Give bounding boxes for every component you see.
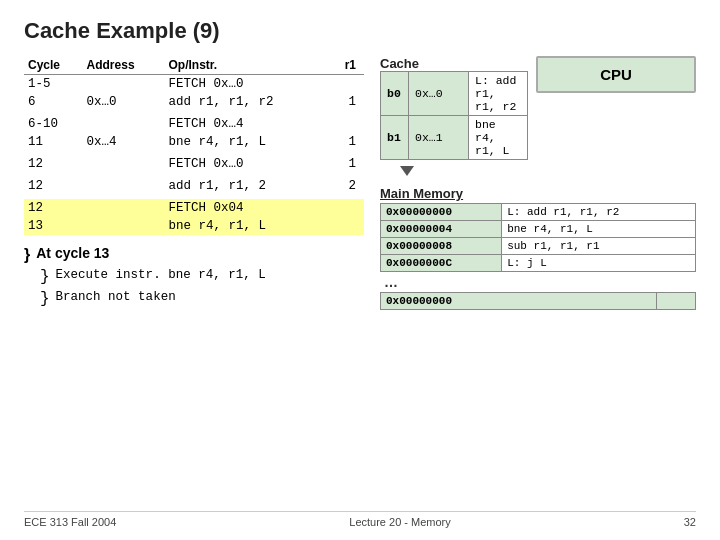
memory-row: 0x00000008 sub r1, r1, r1 bbox=[381, 238, 696, 255]
memory-label: Main Memory bbox=[380, 186, 696, 201]
cycle-cell: 12 bbox=[24, 199, 83, 217]
cycle-cell: 12 bbox=[24, 155, 83, 173]
memory-last-row: 0x00000000 bbox=[381, 293, 696, 310]
bullet-sub2: } Branch not taken bbox=[40, 290, 364, 309]
cache-data: bne r4, r1, L bbox=[469, 116, 528, 160]
memory-ellipsis: … bbox=[380, 274, 696, 290]
footer-left: ECE 313 Fall 2004 bbox=[24, 516, 116, 528]
addr-cell bbox=[83, 75, 165, 94]
addr-cell: 0x…0 bbox=[83, 93, 165, 111]
bullet-sub-icon2: } bbox=[40, 290, 50, 309]
bullet-main: } At cycle 13 bbox=[24, 245, 364, 264]
cycle-cell: 13 bbox=[24, 217, 83, 235]
op-cell: bne r4, r1, L bbox=[165, 217, 330, 235]
col-opinstr: Op/Instr. bbox=[165, 56, 330, 75]
cache-addr: 0x…1 bbox=[409, 116, 469, 160]
cache-data: L: add r1, r1, r2 bbox=[469, 72, 528, 116]
cache-table: b0 0x…0 L: add r1, r1, r2 b1 0x…1 bne r4… bbox=[380, 71, 528, 160]
table-row-highlight: 12 FETCH 0x04 bbox=[24, 199, 364, 217]
cycle-cell: 6 bbox=[24, 93, 83, 111]
r1-cell: 1 bbox=[330, 133, 364, 151]
op-cell: FETCH 0x…0 bbox=[165, 75, 330, 94]
r1-cell bbox=[330, 115, 364, 133]
r1-cell: 1 bbox=[330, 155, 364, 173]
op-cell: FETCH 0x…0 bbox=[165, 155, 330, 173]
table-row-highlight: 13 bne r4, r1, L bbox=[24, 217, 364, 235]
mem-last-addr: 0x00000000 bbox=[381, 293, 657, 310]
r1-cell bbox=[330, 75, 364, 94]
footer: ECE 313 Fall 2004 Lecture 20 - Memory 32 bbox=[24, 511, 696, 528]
op-cell: bne r4, r1, L bbox=[165, 133, 330, 151]
bullet-main-text: At cycle 13 bbox=[36, 245, 109, 261]
cpu-box: CPU bbox=[536, 56, 696, 93]
cpu-container: CPU bbox=[536, 56, 696, 93]
addr-cell bbox=[83, 115, 165, 133]
footer-right: 32 bbox=[684, 516, 696, 528]
addr-cell bbox=[83, 177, 165, 195]
table-row: 12 add r1, r1, 2 2 bbox=[24, 177, 364, 195]
mem-addr: 0x00000004 bbox=[381, 221, 502, 238]
r1-cell bbox=[330, 199, 364, 217]
memory-table: 0x00000000 L: add r1, r1, r2 0x00000004 … bbox=[380, 203, 696, 272]
left-panel: Cycle Address Op/Instr. r1 1-5 FETCH 0x…… bbox=[24, 56, 364, 503]
op-cell: add r1, r1, r2 bbox=[165, 93, 330, 111]
addr-cell bbox=[83, 217, 165, 235]
table-row: 1-5 FETCH 0x…0 bbox=[24, 75, 364, 94]
table-row: 12 FETCH 0x…0 1 bbox=[24, 155, 364, 173]
cycle-cell: 12 bbox=[24, 177, 83, 195]
cache-label: Cache bbox=[380, 56, 528, 71]
addr-cell bbox=[83, 199, 165, 217]
cache-tag: b1 bbox=[381, 116, 409, 160]
right-layout: Cache b0 0x…0 L: add r1, r1, r2 b1 bbox=[380, 56, 696, 310]
top-right: Cache b0 0x…0 L: add r1, r1, r2 b1 bbox=[380, 56, 696, 160]
table-row: 6 0x…0 add r1, r1, r2 1 bbox=[24, 93, 364, 111]
right-panel: Cache b0 0x…0 L: add r1, r1, r2 b1 bbox=[380, 56, 696, 503]
mem-data: bne r4, r1, L bbox=[502, 221, 696, 238]
col-cycle: Cycle bbox=[24, 56, 83, 75]
cache-area: Cache b0 0x…0 L: add r1, r1, r2 b1 bbox=[380, 56, 528, 160]
mem-data: L: add r1, r1, r2 bbox=[502, 204, 696, 221]
cache-row: b1 0x…1 bne r4, r1, L bbox=[381, 116, 528, 160]
cycle-cell: 11 bbox=[24, 133, 83, 151]
cycle-cell: 6-10 bbox=[24, 115, 83, 133]
instruction-table: Cycle Address Op/Instr. r1 1-5 FETCH 0x…… bbox=[24, 56, 364, 235]
r1-cell bbox=[330, 217, 364, 235]
bullet-sub1-text: Execute instr. bne r4, r1, L bbox=[56, 268, 266, 282]
footer-center: Lecture 20 - Memory bbox=[349, 516, 450, 528]
mem-data: L: j L bbox=[502, 255, 696, 272]
col-address: Address bbox=[83, 56, 165, 75]
op-cell: add r1, r1, 2 bbox=[165, 177, 330, 195]
addr-cell: 0x…4 bbox=[83, 133, 165, 151]
arrow-area bbox=[400, 166, 696, 176]
col-r1: r1 bbox=[330, 56, 364, 75]
down-arrow-icon bbox=[400, 166, 414, 176]
r1-cell: 2 bbox=[330, 177, 364, 195]
op-cell: FETCH 0x…4 bbox=[165, 115, 330, 133]
cache-row: b0 0x…0 L: add r1, r1, r2 bbox=[381, 72, 528, 116]
memory-row: 0x00000004 bne r4, r1, L bbox=[381, 221, 696, 238]
memory-row: 0x0000000C L: j L bbox=[381, 255, 696, 272]
cache-tag: b0 bbox=[381, 72, 409, 116]
memory-section: Main Memory 0x00000000 L: add r1, r1, r2… bbox=[380, 186, 696, 310]
cache-addr: 0x…0 bbox=[409, 72, 469, 116]
mem-addr: 0x0000000C bbox=[381, 255, 502, 272]
mem-addr: 0x00000000 bbox=[381, 204, 502, 221]
addr-cell bbox=[83, 155, 165, 173]
table-row: 6-10 FETCH 0x…4 bbox=[24, 115, 364, 133]
bullet-sub1: } Execute instr. bne r4, r1, L bbox=[40, 268, 364, 287]
bullet-icon: } bbox=[24, 245, 30, 264]
bullet-sub-icon: } bbox=[40, 268, 50, 287]
mem-data: sub r1, r1, r1 bbox=[502, 238, 696, 255]
mem-last-data bbox=[656, 293, 695, 310]
op-cell: FETCH 0x04 bbox=[165, 199, 330, 217]
memory-last-table: 0x00000000 bbox=[380, 292, 696, 310]
bullet-sub2-text: Branch not taken bbox=[56, 290, 176, 304]
memory-row: 0x00000000 L: add r1, r1, r2 bbox=[381, 204, 696, 221]
page-title: Cache Example (9) bbox=[24, 18, 696, 44]
bullets-section: } At cycle 13 } Execute instr. bne r4, r… bbox=[24, 245, 364, 313]
table-row: 11 0x…4 bne r4, r1, L 1 bbox=[24, 133, 364, 151]
mem-addr: 0x00000008 bbox=[381, 238, 502, 255]
r1-cell: 1 bbox=[330, 93, 364, 111]
cycle-cell: 1-5 bbox=[24, 75, 83, 94]
